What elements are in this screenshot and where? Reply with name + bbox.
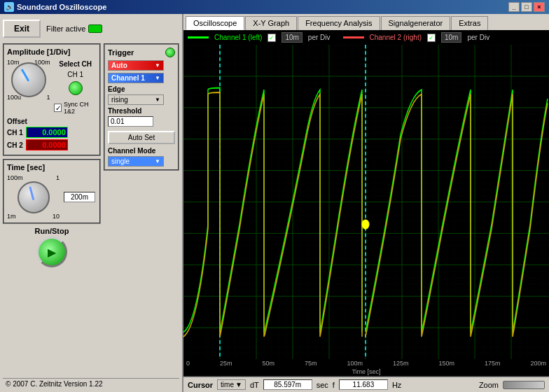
ch2-offset-field[interactable]: 0.0000	[26, 139, 68, 150]
sync-checkbox[interactable]: ✓	[54, 104, 62, 112]
select-ch-label: Select CH	[59, 60, 92, 68]
ch1-per-div-value[interactable]: 10m	[282, 32, 302, 43]
copyright: © 2007 C. Zeitnitz Version 1.22	[3, 378, 179, 389]
x-label-0: 0	[186, 360, 190, 367]
tab-oscilloscope[interactable]: Oscilloscope	[186, 16, 244, 30]
scope-display[interactable]	[183, 45, 549, 359]
exit-button[interactable]: Exit	[3, 20, 41, 38]
x-label-25m: 25m	[220, 360, 232, 367]
amplitude-knob-area: 10m 100m 100u 1	[7, 59, 50, 101]
x-label-175m: 175m	[485, 360, 501, 367]
ch1-checkbox[interactable]: ✓	[267, 34, 276, 42]
edge-label: Edge	[108, 85, 139, 93]
x-axis-labels: 0 25m 50m 75m 100m 125m 150m 175m 200m	[183, 359, 549, 368]
app-icon: 🔊	[4, 2, 14, 12]
ch1-led	[69, 81, 83, 95]
x-label-125m: 125m	[393, 360, 409, 367]
tab-xy-graph[interactable]: X-Y Graph	[245, 16, 297, 30]
trigger-section: Trigger Auto ▼ Channel 1 ▼	[104, 43, 179, 171]
time-label-tl: 100m	[7, 174, 23, 181]
amp-label-br: 1	[46, 94, 50, 101]
minimize-btn[interactable]: _	[508, 2, 520, 12]
title-bar: 🔊 Soundcard Oszilloscope _ □ ×	[0, 0, 549, 14]
threshold-label: Threshold	[108, 107, 175, 115]
ch1-offset-label: CH 1	[7, 129, 23, 136]
channel-mode-arrow: ▼	[155, 158, 160, 164]
bottom-bar: Cursor time ▼ dT 85.597m sec f 11.683 Hz…	[183, 376, 549, 392]
tab-extras[interactable]: Extras	[451, 16, 488, 30]
time-title: Time [sec]	[7, 163, 97, 172]
amplitude-title: Amplitude [1/Div]	[7, 48, 97, 56]
tab-frequency-analysis[interactable]: Frequency Analysis	[298, 16, 380, 30]
run-stop-label: Run/Stop	[35, 227, 69, 235]
time-label-br: 10	[53, 213, 60, 220]
ch1-select-label: CH 1	[67, 71, 83, 78]
cursor-type-value: time	[221, 381, 234, 388]
filter-led	[88, 24, 102, 33]
threshold-value[interactable]: 0.01	[108, 116, 153, 127]
trigger-channel-label: Channel 1	[111, 74, 145, 82]
channel-bar: Channel 1 (left) ✓ 10m per Div Channel 2…	[183, 30, 549, 45]
zoom-label: Zoom	[479, 381, 499, 389]
cursor-label: Cursor	[188, 381, 213, 389]
ch1-per-div-label: per Div	[308, 34, 331, 41]
cursor-type-dropdown[interactable]: time ▼	[217, 379, 246, 390]
left-panel: Exit Filter active Amplitude [1/Div] 10m…	[0, 14, 183, 392]
filter-active-label: Filter active	[46, 24, 85, 33]
x-axis-title: Time [sec]	[183, 368, 549, 376]
edge-arrow: ▼	[155, 97, 160, 103]
tab-signalgenerator[interactable]: Signalgenerator	[381, 16, 451, 30]
sync-label: Sync CH 1&2	[64, 101, 97, 115]
trigger-edge-dropdown[interactable]: rising ▼	[108, 94, 164, 105]
dt-value-display: 85.597m	[263, 379, 312, 390]
x-label-75m: 75m	[305, 360, 317, 367]
close-btn[interactable]: ×	[534, 2, 545, 12]
ch2-label: Channel 2 (right)	[370, 34, 422, 41]
auto-set-button[interactable]: Auto Set	[108, 131, 175, 144]
app-title: Soundcard Oszilloscope	[17, 3, 106, 11]
x-label-200m: 200m	[530, 360, 546, 367]
ch2-line-indicator	[343, 36, 364, 38]
maximize-btn[interactable]: □	[521, 2, 532, 12]
edge-value: rising	[111, 96, 128, 104]
trigger-edge-row: Edge	[108, 85, 175, 93]
ch2-checkbox[interactable]: ✓	[427, 34, 436, 42]
ch2-per-div-label: per Div	[467, 34, 489, 41]
ch1-offset-field[interactable]: 0.0000	[26, 127, 68, 138]
right-panel: Oscilloscope X-Y Graph Frequency Analysi…	[183, 14, 549, 392]
channel-mode-label: Channel Mode	[108, 147, 175, 155]
f-value-display: 11.683	[339, 379, 388, 390]
time-knob-area: 100m 1 1m 10	[7, 174, 60, 220]
window-controls[interactable]: _ □ ×	[508, 2, 545, 12]
run-stop-section: Run/Stop ▶	[3, 227, 101, 267]
tabs-bar: Oscilloscope X-Y Graph Frequency Analysi…	[183, 14, 549, 30]
x-label-150m: 150m	[438, 360, 454, 367]
ch2-per-div-value[interactable]: 10m	[441, 32, 461, 43]
time-section: Time [sec] 100m 1 1m 10 200m	[3, 159, 101, 224]
amp-label-bl: 100u	[7, 94, 21, 101]
trigger-channel-arrow: ▼	[155, 75, 160, 81]
f-unit: Hz	[392, 381, 401, 389]
offset-area: Offset CH 1 0.0000 CH 2 0.0000	[7, 118, 97, 150]
offset-label: Offset	[7, 118, 97, 125]
cursor-type-arrow: ▼	[235, 381, 242, 388]
ch1-label: Channel 1 (left)	[214, 34, 262, 41]
x-label-50m: 50m	[262, 360, 274, 367]
amp-label-tl: 10m	[7, 59, 20, 66]
time-value-display[interactable]: 200m	[64, 192, 95, 202]
amplitude-section: Amplitude [1/Div] 10m 100m 100u 1	[3, 43, 101, 156]
sync-row: ✓ Sync CH 1&2	[54, 101, 97, 115]
time-knob[interactable]	[18, 181, 50, 214]
amplitude-knob[interactable]	[11, 62, 46, 97]
trigger-mode-dropdown[interactable]: Auto ▼	[108, 60, 164, 71]
trigger-channel-dropdown[interactable]: Channel 1 ▼	[108, 73, 164, 83]
run-stop-button[interactable]: ▶	[36, 237, 67, 267]
ch1-line-indicator	[188, 36, 209, 38]
trigger-title: Trigger	[108, 48, 134, 57]
f-label: f	[333, 381, 335, 389]
channel-mode-dropdown[interactable]: single ▼	[108, 156, 164, 167]
x-label-100m: 100m	[347, 360, 363, 367]
zoom-slider[interactable]	[503, 381, 545, 389]
channel-mode-value: single	[111, 158, 130, 165]
time-label-tr: 1	[56, 174, 60, 181]
